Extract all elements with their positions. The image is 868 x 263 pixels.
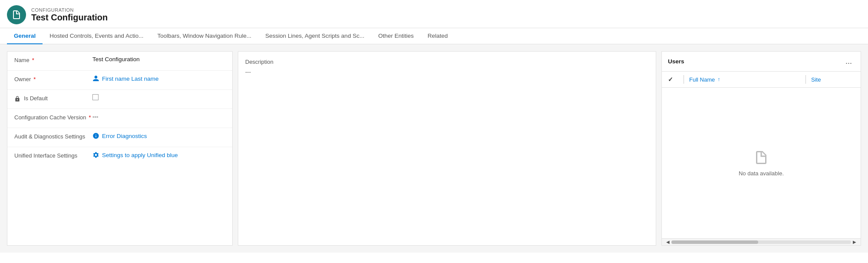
users-title: Users bbox=[668, 58, 684, 65]
unified-field-row: Unified Interface Settings Settings to a… bbox=[7, 147, 232, 166]
users-table-header: ✓ Full Name ↑ Site bbox=[662, 72, 861, 88]
audit-value[interactable]: Error Diagnostics bbox=[92, 132, 225, 139]
sort-icon: ↑ bbox=[717, 76, 720, 82]
site-col-header[interactable]: Site bbox=[811, 76, 855, 83]
left-panel: Name * Test Configuration Owner * First … bbox=[7, 51, 233, 246]
owner-required: * bbox=[33, 76, 36, 82]
config-cache-required: * bbox=[89, 114, 91, 121]
audit-label: Audit & Diagnostics Settings bbox=[14, 132, 92, 140]
config-label: CONFIGURATION bbox=[31, 7, 108, 13]
is-default-field-row: Is Default bbox=[7, 90, 232, 109]
unified-value[interactable]: Settings to apply Unified blue bbox=[92, 151, 225, 158]
owner-label: Owner * bbox=[14, 75, 92, 82]
main-content: Name * Test Configuration Owner * First … bbox=[0, 44, 868, 253]
config-cache-field-row: Configuration Cache Version * --- bbox=[7, 109, 232, 128]
description-panel: Description --- bbox=[238, 51, 656, 246]
is-default-checkbox[interactable] bbox=[92, 94, 225, 102]
config-cache-label: Configuration Cache Version * bbox=[14, 113, 92, 121]
owner-field-row: Owner * First name Last name bbox=[7, 71, 232, 90]
select-all-check[interactable]: ✓ bbox=[668, 76, 673, 83]
name-label: Name * bbox=[14, 56, 92, 63]
no-data-label: No data available. bbox=[739, 170, 784, 177]
scrollbar-track[interactable] bbox=[671, 240, 851, 244]
users-panel-header: Users ... bbox=[662, 52, 861, 72]
settings-apply-icon bbox=[92, 151, 99, 158]
name-value[interactable]: Test Configuration bbox=[92, 56, 225, 62]
is-default-checkbox-input[interactable] bbox=[92, 94, 99, 100]
fullname-col-header[interactable]: Full Name ↑ bbox=[689, 76, 800, 83]
name-field-row: Name * Test Configuration bbox=[7, 52, 232, 71]
person-icon bbox=[92, 75, 99, 82]
name-required: * bbox=[32, 57, 34, 63]
document-icon bbox=[11, 10, 22, 20]
is-default-label: Is Default bbox=[14, 94, 92, 102]
header-text: CONFIGURATION Test Configuration bbox=[31, 7, 108, 23]
page-header: CONFIGURATION Test Configuration bbox=[0, 0, 868, 28]
no-data-area: No data available. bbox=[662, 88, 861, 238]
tab-bar: General Hosted Controls, Events and Acti… bbox=[0, 28, 868, 44]
config-cache-value: --- bbox=[92, 113, 225, 120]
description-label: Description bbox=[245, 59, 649, 65]
lock-icon bbox=[14, 96, 20, 102]
config-title: Test Configuration bbox=[31, 13, 108, 23]
tab-general[interactable]: General bbox=[7, 28, 43, 44]
owner-value[interactable]: First name Last name bbox=[92, 75, 225, 82]
tab-session-lines[interactable]: Session Lines, Agent Scripts and Sc... bbox=[258, 28, 371, 44]
scrollbar-thumb[interactable] bbox=[671, 240, 758, 244]
scroll-right-arrow[interactable]: ▶ bbox=[851, 240, 858, 244]
scroll-left-arrow[interactable]: ◀ bbox=[664, 240, 671, 244]
no-data-icon bbox=[753, 150, 769, 167]
tab-other-entities[interactable]: Other Entities bbox=[371, 28, 421, 44]
diagnostics-icon bbox=[92, 132, 99, 139]
scrollbar-area: ◀ ▶ bbox=[662, 238, 861, 245]
users-more-button[interactable]: ... bbox=[843, 56, 855, 67]
tab-toolbars[interactable]: Toolbars, Window Navigation Rule... bbox=[150, 28, 258, 44]
tab-related[interactable]: Related bbox=[421, 28, 455, 44]
unified-label: Unified Interface Settings bbox=[14, 151, 92, 159]
check-col-header: ✓ bbox=[668, 76, 678, 83]
description-value: --- bbox=[245, 69, 649, 75]
audit-field-row: Audit & Diagnostics Settings Error Diagn… bbox=[7, 128, 232, 147]
col-divider bbox=[684, 75, 684, 84]
users-panel: Users ... ✓ Full Name ↑ Site No data ava… bbox=[661, 51, 861, 246]
tab-hosted-controls[interactable]: Hosted Controls, Events and Actio... bbox=[43, 28, 150, 44]
col-divider-2 bbox=[806, 75, 806, 84]
config-icon bbox=[7, 5, 26, 24]
